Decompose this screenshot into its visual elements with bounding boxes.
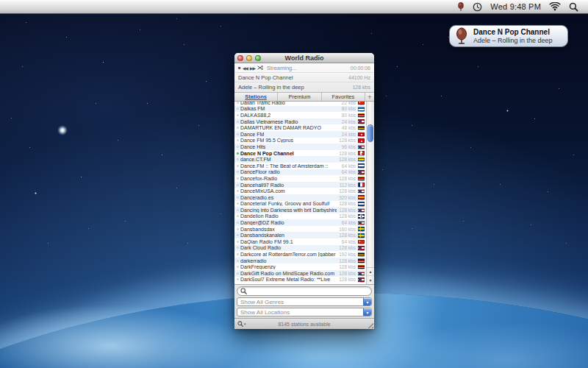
station-row[interactable]: Dancing into Darkness with brit Darbyshi… <box>234 207 366 213</box>
flag-icon-usa <box>358 272 365 276</box>
station-bullet-icon <box>237 209 239 211</box>
flag-icon-uk <box>358 214 365 219</box>
flag-icon-sweden <box>358 227 365 231</box>
station-row[interactable]: Dansbandsdax160 kbs <box>234 226 366 233</box>
scope-chevron-icon: ▾ <box>244 322 246 326</box>
flag-icon-china <box>358 102 365 105</box>
forward-icon[interactable]: ▶▶ <box>250 66 255 71</box>
title-bar[interactable]: World Radio <box>234 53 374 63</box>
flag-icon-usa <box>358 246 365 250</box>
station-bullet-icon <box>237 241 239 243</box>
station-row[interactable]: Dandelion Radio128 kbs <box>234 213 366 220</box>
station-bullet-icon <box>237 222 239 224</box>
search-icon <box>240 288 247 294</box>
playing-indicator-icon <box>237 152 239 155</box>
rewind-icon[interactable]: ◀◀ <box>243 66 248 71</box>
station-name: dance.CT.FM <box>240 157 337 162</box>
shuffle-icon[interactable] <box>257 66 263 70</box>
station-row[interactable]: DanceFloor radio64 kbs <box>234 169 366 176</box>
station-row[interactable]: DAMARTURK EN DAMAR RADYO48 kbs <box>234 124 366 131</box>
station-name: Danceradio.es <box>240 195 337 200</box>
station-bullet-icon <box>237 266 239 268</box>
station-row[interactable]: Dance FM24 kbs <box>234 131 366 138</box>
clock-icon[interactable] <box>473 2 482 12</box>
scroll-down-button[interactable]: ▼ <box>367 276 374 284</box>
flag-icon-sweden <box>358 233 365 238</box>
station-row[interactable]: Dallas Vietnamese Radio24 kbs <box>234 118 366 125</box>
station-row[interactable]: Dancehall97 Radio112 kbs <box>234 182 366 188</box>
station-row[interactable]: Darkcore at RotterdamTerror.com [gabber1… <box>234 251 366 258</box>
station-row[interactable]: dance.CT.FM128 kbs <box>234 156 366 163</box>
station-bitrate: 128 kbs <box>339 176 356 181</box>
station-row[interactable]: DarkFrequenzy128 kbs <box>234 263 366 270</box>
menu-clock[interactable]: Wed 9:48 PM <box>490 2 541 11</box>
notification-popup[interactable]: Dance N Pop Channel Adele – Rolling in t… <box>449 25 568 47</box>
station-bullet-icon <box>237 121 239 123</box>
location-select[interactable]: Show All Locations ▾ <box>237 308 372 316</box>
station-name: Dalian Traffic Radio <box>240 102 340 105</box>
station-bitrate: 320 kbs <box>339 195 356 200</box>
tab-premium[interactable]: Premium <box>278 93 321 101</box>
wifi-icon[interactable] <box>549 2 561 11</box>
station-row[interactable]: Danceteria! Funky, Groovy and Soulful!12… <box>234 201 366 208</box>
stop-icon[interactable]: ■ <box>238 66 240 70</box>
station-bitrate: 64 kbs <box>342 163 356 169</box>
station-row[interactable]: Dancefox-Radio128 kbs <box>234 175 366 182</box>
station-row[interactable]: Dance Hits96 kbs <box>234 144 366 150</box>
station-row[interactable]: Dance N Pop Channel128 kbs <box>234 150 366 157</box>
scrollbar-thumb[interactable] <box>368 124 373 142</box>
station-bitrate: 128 kbs <box>339 264 356 269</box>
add-station-button[interactable]: + <box>365 93 374 101</box>
station-bitrate: 128 kbs <box>339 277 356 282</box>
search-field[interactable] <box>237 286 372 296</box>
tab-stations[interactable]: Stations <box>234 93 278 101</box>
radio-app-menu-icon[interactable] <box>457 2 465 12</box>
station-name: DALKAS88,2 <box>240 113 340 118</box>
tab-favorites[interactable]: Favorites <box>322 93 365 101</box>
station-row[interactable]: DarkSoul7 Extreme Metal Radio: **Live128… <box>234 277 366 283</box>
scrollbar[interactable]: ▲ ▼ <box>366 102 374 284</box>
current-channel: Dance N Pop Channel <box>238 74 293 81</box>
search-input[interactable] <box>249 288 368 295</box>
station-name: Dance N Pop Channel <box>240 151 337 156</box>
station-row[interactable]: Dance.FM :: The Beat of Amsterdam ::64 k… <box>234 163 366 169</box>
station-bitrate: 80 kbs <box>342 113 356 118</box>
flag-icon-usa <box>358 208 365 213</box>
close-button[interactable] <box>237 55 243 61</box>
station-bullet-icon <box>237 272 239 275</box>
flag-icon-china <box>358 240 365 244</box>
genre-dropdown-icon[interactable]: ▾ <box>363 298 371 305</box>
station-bitrate: 64 kbs <box>342 169 356 174</box>
notification-text: Dance N Pop Channel Adele – Rolling in t… <box>473 28 553 45</box>
station-row[interactable]: Dark Cloud Radio128 kbs <box>234 245 366 252</box>
station-row[interactable]: darkerradio128 kbs <box>234 258 366 264</box>
stations-count: 8145 stations available <box>234 322 374 327</box>
station-bitrate: 80 kbs <box>342 106 356 111</box>
elapsed-time: 00:00:06 <box>351 66 370 71</box>
station-name: Dance FM <box>240 132 340 137</box>
station-row[interactable]: DanceMixUSA.com128 kbs <box>234 188 366 194</box>
station-row[interactable]: Dalian Traffic Radio22 kbs <box>234 102 366 106</box>
station-row[interactable]: Dance FM 95.5 Cyprus128 kbs <box>234 138 366 144</box>
station-row[interactable]: Danceradio.es320 kbs <box>234 194 366 201</box>
station-name: Dancefox-Radio <box>240 176 337 181</box>
scroll-up-button[interactable]: ▲ <box>367 268 374 276</box>
station-row[interactable]: Dalkas FM80 kbs <box>234 106 366 113</box>
station-row[interactable]: Dansbandskanalen128 kbs <box>234 232 366 238</box>
spotlight-icon[interactable] <box>569 2 578 12</box>
station-row[interactable]: DALKAS88,280 kbs <box>234 112 366 118</box>
tab-bar: Stations Premium Favorites + <box>234 93 374 102</box>
genre-select[interactable]: Show All Genres ▾ <box>237 297 372 306</box>
minimize-button[interactable] <box>246 55 252 61</box>
station-row[interactable]: Danger@DZ Radio64 kbs <box>234 219 366 226</box>
location-dropdown-icon[interactable]: ▾ <box>363 308 371 316</box>
station-name: DarkSoul7 Extreme Metal Radio: **Live <box>240 277 337 282</box>
station-bullet-icon <box>237 234 239 236</box>
station-row[interactable]: DarkGift Radio on MindScape Radio.com128… <box>234 270 366 277</box>
station-bullet-icon <box>237 190 239 192</box>
station-list-container: Dalian Traffic Radio22 kbsDalkas FM80 kb… <box>234 102 374 284</box>
track-row: Adele – Rolling in the deep 128 kbs <box>234 82 374 92</box>
zoom-button[interactable] <box>255 55 261 61</box>
station-row[interactable]: DaQian Radio FM 99.164 kbs <box>234 238 366 245</box>
search-scope-button[interactable]: ▾ <box>237 321 246 327</box>
